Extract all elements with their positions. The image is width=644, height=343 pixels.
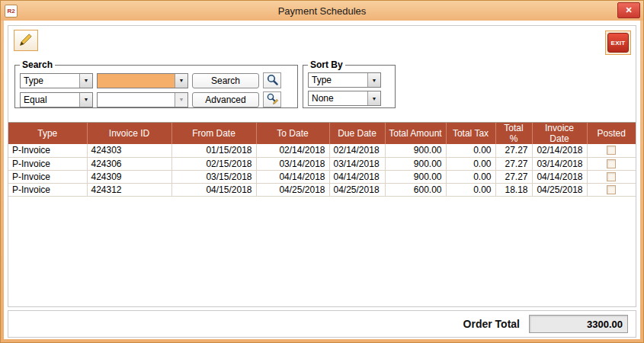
sort-order-value: None [309, 91, 367, 105]
cell-total-tax: 0.00 [446, 144, 495, 157]
chevron-down-icon: ▼ [367, 73, 380, 87]
sort-field-combo[interactable]: Type ▼ [308, 72, 381, 88]
cell-due-date: 04/14/2018 [329, 170, 385, 183]
cell-invoice-id: 424303 [87, 144, 171, 157]
sort-order-combo[interactable]: None ▼ [308, 91, 381, 106]
cell-due-date: 04/25/2018 [329, 183, 385, 196]
cell-type: P-Invoice [8, 170, 87, 183]
cell-posted [587, 144, 636, 157]
cell-total-pct: 27.27 [495, 144, 532, 157]
cell-due-date: 02/14/2018 [329, 144, 385, 157]
cell-to-date: 02/14/2018 [256, 144, 329, 157]
col-header-type[interactable]: Type [8, 123, 87, 144]
search-operator-value-text [98, 93, 175, 107]
cell-posted [587, 170, 636, 183]
cell-from-date: 03/15/2018 [171, 170, 256, 183]
col-header-invoice-date[interactable]: Invoice Date [532, 123, 587, 144]
cell-total-pct: 18.18 [495, 183, 532, 196]
window-title: Payment Schedules [1, 5, 643, 17]
col-header-total-tax[interactable]: Total Tax [446, 123, 495, 144]
search-operator-combo[interactable]: Equal ▼ [20, 92, 93, 107]
posted-checkbox[interactable] [607, 172, 616, 181]
col-header-total-amount[interactable]: Total Amount [385, 123, 446, 144]
col-header-total-pct[interactable]: Total % [495, 123, 532, 144]
sort-by-group-label: Sort By [308, 59, 345, 70]
cell-to-date: 04/25/2018 [256, 183, 329, 196]
cell-invoice-id: 424306 [87, 157, 171, 170]
app-icon: R2 [5, 5, 18, 18]
search-icon [266, 73, 279, 88]
advanced-search-icon-button[interactable] [263, 91, 281, 107]
cell-total-tax: 0.00 [446, 170, 495, 183]
table-header-row: Type Invoice ID From Date To Date Due Da… [8, 123, 636, 144]
order-total-label: Order Total [463, 318, 520, 330]
payment-schedules-window: R2 Payment Schedules ✕ EXIT S [0, 0, 644, 343]
exit-button[interactable]: EXIT [605, 30, 631, 55]
advanced-button[interactable]: Advanced [192, 92, 259, 107]
cell-posted [587, 183, 636, 196]
cell-from-date: 01/15/2018 [171, 144, 256, 157]
posted-checkbox[interactable] [607, 185, 616, 194]
advanced-search-icon [266, 92, 279, 107]
search-group: Search Type ▼ ▼ Search [14, 59, 298, 108]
search-value-combo[interactable]: ▼ [97, 73, 188, 88]
search-operator-value: Equal [21, 93, 79, 107]
cell-to-date: 03/14/2018 [256, 157, 329, 170]
exit-icon: EXIT [607, 33, 629, 53]
cell-invoice-date: 03/14/2018 [532, 157, 587, 170]
table-row[interactable]: P-Invoice 424312 04/15/2018 04/25/2018 0… [8, 183, 636, 196]
cell-total-tax: 0.00 [446, 157, 495, 170]
search-button[interactable]: Search [192, 73, 259, 88]
app-icon-text: R2 [7, 8, 14, 14]
cell-invoice-id: 424309 [87, 170, 171, 183]
col-header-due-date[interactable]: Due Date [329, 123, 385, 144]
cell-total-pct: 27.27 [495, 157, 532, 170]
cell-total-tax: 0.00 [446, 183, 495, 196]
sort-field-value: Type [309, 73, 367, 87]
order-total-value: 3300.00 [529, 315, 628, 333]
cell-invoice-date: 02/14/2018 [532, 144, 587, 157]
cell-invoice-date: 04/25/2018 [532, 183, 587, 196]
sort-rows: Type ▼ None ▼ [308, 72, 390, 106]
cell-total-amount: 600.00 [385, 183, 446, 196]
search-rows: Type ▼ ▼ Search [20, 72, 293, 107]
table-row[interactable]: P-Invoice 424306 02/15/2018 03/14/2018 0… [8, 157, 636, 170]
edit-button[interactable] [14, 30, 38, 51]
chevron-down-icon: ▼ [367, 91, 380, 105]
cell-invoice-id: 424312 [87, 183, 171, 196]
cell-from-date: 02/15/2018 [171, 157, 256, 170]
sort-by-group: Sort By Type ▼ None ▼ [303, 59, 396, 108]
cell-type: P-Invoice [8, 183, 87, 196]
cell-total-pct: 27.27 [495, 170, 532, 183]
cell-total-amount: 900.00 [385, 144, 446, 157]
cell-to-date: 04/14/2018 [256, 170, 329, 183]
col-header-to-date[interactable]: To Date [256, 123, 329, 144]
posted-checkbox[interactable] [607, 159, 616, 168]
col-header-posted[interactable]: Posted [587, 123, 636, 144]
chevron-down-icon: ▼ [79, 93, 92, 107]
titlebar: R2 Payment Schedules ✕ [1, 1, 643, 21]
search-icon-button[interactable] [263, 72, 281, 88]
payment-schedule-table: Type Invoice ID From Date To Date Due Da… [8, 123, 636, 197]
cell-type: P-Invoice [8, 157, 87, 170]
search-operator-value-combo: ▼ [97, 92, 188, 107]
search-field-combo[interactable]: Type ▼ [20, 73, 93, 88]
table-row[interactable]: P-Invoice 424303 01/15/2018 02/14/2018 0… [8, 144, 636, 157]
content-area: EXIT Search Type ▼ ▼ Search [4, 21, 640, 339]
col-header-from-date[interactable]: From Date [171, 123, 256, 144]
cell-invoice-date: 04/14/2018 [532, 170, 587, 183]
cell-total-amount: 900.00 [385, 170, 446, 183]
chevron-down-icon: ▼ [175, 74, 187, 88]
cell-total-amount: 900.00 [385, 157, 446, 170]
search-group-label: Search [20, 59, 55, 70]
search-value-text [98, 74, 175, 88]
pencil-icon [18, 32, 34, 50]
cell-type: P-Invoice [8, 144, 87, 157]
table-row[interactable]: P-Invoice 424309 03/15/2018 04/14/2018 0… [8, 170, 636, 183]
posted-checkbox[interactable] [607, 146, 616, 155]
close-icon: ✕ [625, 5, 632, 15]
cell-from-date: 04/15/2018 [171, 183, 256, 196]
chevron-down-icon: ▼ [79, 74, 92, 88]
close-button[interactable]: ✕ [617, 2, 640, 18]
col-header-invoice-id[interactable]: Invoice ID [87, 123, 171, 144]
